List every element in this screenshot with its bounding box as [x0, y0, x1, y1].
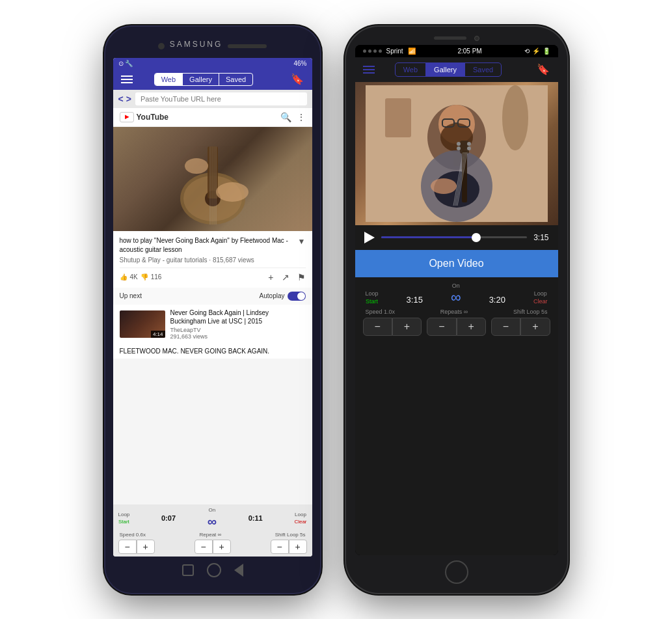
shift-minus-button[interactable]: −	[271, 540, 289, 554]
iphone-loop-start-section: Loop Start	[366, 290, 379, 305]
android-controls-bar: Loop Start 0:07 On ∞ 0:11 Loop	[113, 504, 312, 557]
android-speaker	[228, 44, 267, 48]
iphone-time-1: 3:15	[407, 295, 423, 305]
next-video-thumbnail: 4:14	[120, 310, 165, 338]
next-video-info: Never Going Back Again | Lindsey Bucking…	[170, 309, 306, 340]
iphone-infinity: ∞	[451, 290, 461, 305]
next-video-views: 291,663 views	[170, 333, 306, 340]
forward-arrow-icon[interactable]: >	[126, 94, 131, 104]
iphone-tab-group: Web Gallery Saved	[395, 62, 502, 77]
iphone-speed-stepper-btns: − +	[363, 318, 422, 336]
iphone-play-button[interactable]	[364, 232, 375, 243]
time-1-value: 0:07	[161, 514, 176, 522]
iphone-speed-plus-button[interactable]: +	[392, 318, 422, 336]
iphone-hamburger-icon[interactable]	[363, 66, 375, 74]
iphone-repeat-plus-button[interactable]: +	[457, 318, 486, 336]
stepper-row: − + − + − +	[118, 540, 307, 554]
on-label: On	[209, 507, 216, 513]
iphone-video-thumbnail	[355, 82, 558, 225]
iphone-speaker	[434, 36, 466, 40]
iphone-repeat-stepper-btns: − +	[427, 318, 486, 336]
time-2-section: 0:11	[249, 514, 263, 522]
iphone-controls-row-1: Loop Start 3:15 On ∞ 3:20 Loop	[363, 282, 550, 305]
iphone-shift-minus-button[interactable]: −	[491, 318, 520, 336]
iphone-speed-minus-button[interactable]: −	[363, 318, 392, 336]
autoplay-switch[interactable]	[288, 292, 306, 301]
start-label: Start	[118, 519, 129, 525]
open-video-button[interactable]: Open Video	[355, 250, 558, 277]
url-input[interactable]	[135, 92, 307, 105]
loop-clear-label: Loop	[295, 512, 306, 517]
iphone-status-bar: Sprint 📶 2:05 PM ⟲ ⚡ 🔋	[355, 45, 558, 57]
thumbs-up-icon[interactable]: 👍	[120, 273, 128, 281]
up-next-label: Up next	[120, 292, 142, 299]
iphone-video-player[interactable]	[355, 82, 558, 225]
iphone-loop-clear-section: Loop Clear	[533, 290, 548, 305]
chevron-down-icon[interactable]: ▼	[298, 236, 306, 247]
android-tab-gallery[interactable]: Gallery	[183, 74, 219, 85]
iphone-progress-thumb[interactable]	[472, 233, 481, 242]
youtube-more-icon[interactable]: ⋮	[297, 112, 306, 122]
bookmark-icon[interactable]: 🔖	[291, 73, 304, 85]
speed-label: Speed 0.6x	[120, 532, 146, 538]
iphone-progress-fill	[381, 236, 476, 238]
iphone-nav-bar: Web Gallery Saved 🔖	[355, 57, 558, 82]
iphone-speed-label: Speed 1.0x	[366, 309, 396, 315]
svg-point-8	[216, 182, 249, 202]
next-video-item-1[interactable]: 4:14 Never Going Back Again | Lindsey Bu…	[113, 305, 312, 344]
next-video-channel: TheLeapTV	[170, 327, 306, 333]
next-video-title: Never Going Back Again | Lindsey Bucking…	[170, 309, 306, 325]
autoplay-toggle[interactable]: Autoplay	[260, 292, 306, 301]
hamburger-menu-icon[interactable]	[121, 76, 133, 83]
iphone-progress-bar[interactable]	[381, 236, 528, 238]
iphone-controls: Loop Start 3:15 On ∞ 3:20 Loop	[355, 277, 558, 555]
video-thumbnail-android[interactable]	[113, 127, 312, 231]
iphone-repeat-minus-button[interactable]: −	[427, 318, 456, 336]
iphone-on-section: On ∞	[451, 282, 461, 305]
thumbs-down-icon[interactable]: 👎	[141, 273, 148, 281]
svg-point-21	[457, 142, 461, 146]
iphone-playback-bar: 3:15	[355, 225, 558, 250]
iphone-tab-gallery[interactable]: Gallery	[426, 63, 465, 76]
android-tab-web[interactable]: Web	[155, 74, 183, 85]
thumb-duration: 4:14	[151, 331, 165, 338]
share-icon[interactable]: ↗	[282, 272, 289, 282]
svg-point-29	[431, 178, 457, 194]
youtube-search-icon[interactable]: 🔍	[280, 112, 291, 122]
iphone-time-2-section: 3:20	[489, 295, 505, 305]
add-icon[interactable]: +	[268, 272, 273, 282]
iphone-tab-saved[interactable]: Saved	[465, 63, 501, 76]
back-arrow-icon[interactable]: <	[118, 94, 124, 104]
iphone-clear-label: Clear	[533, 298, 548, 305]
iphone-time-display: 3:15	[533, 233, 548, 242]
repeat-plus-button[interactable]: +	[213, 540, 231, 554]
iphone-bookmark-icon[interactable]: 🔖	[537, 63, 550, 76]
shift-label: Shift Loop 5s	[275, 532, 306, 538]
signal-dot-2	[368, 49, 371, 53]
shift-plus-button[interactable]: +	[289, 540, 307, 554]
iphone-status-right: ⟲ ⚡ 🔋	[524, 48, 550, 55]
repeat-stepper: − +	[195, 540, 231, 554]
next-video-item-2[interactable]: FLEETWOOD MAC. NEVER GOING BACK AGAIN.	[113, 344, 312, 359]
shift-stepper: − +	[271, 540, 307, 554]
android-recent-apps-button[interactable]	[182, 564, 194, 576]
youtube-play-logo: ▶	[120, 112, 134, 122]
loop-start-section: Loop Start	[118, 512, 130, 525]
android-tab-saved[interactable]: Saved	[219, 74, 252, 85]
iphone-repeat-label: Repeats ∞	[440, 309, 468, 315]
iphone-tab-web[interactable]: Web	[396, 63, 426, 76]
loop-clear-section: Loop Clear	[294, 512, 306, 525]
speed-plus-button[interactable]: +	[137, 540, 155, 554]
video-title: how to play "Never Going Back Again" by …	[120, 236, 306, 254]
flag-icon[interactable]: ⚑	[297, 272, 306, 282]
guitar-illustration	[148, 133, 278, 225]
iphone-repeat-stepper: − +	[427, 318, 486, 336]
speed-minus-button[interactable]: −	[118, 540, 137, 554]
repeat-minus-button[interactable]: −	[195, 540, 213, 554]
iphone-shift-plus-button[interactable]: +	[520, 318, 550, 336]
android-back-button[interactable]	[234, 564, 243, 577]
iphone-home-button[interactable]	[445, 560, 468, 584]
signal-dot-3	[373, 49, 377, 53]
signal-dot-1	[363, 49, 366, 53]
android-home-button[interactable]	[207, 563, 221, 577]
